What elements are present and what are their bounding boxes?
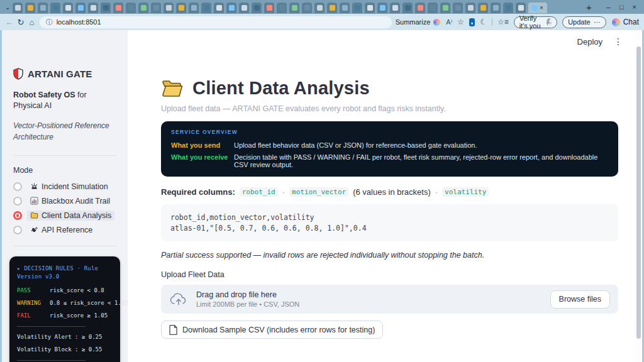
rule-pass: PASSrisk_score < 0.8 xyxy=(17,287,113,295)
sidebar-item-incident-simulation[interactable]: Incident Simulation xyxy=(13,181,116,192)
tab-favicon xyxy=(367,5,373,11)
sidebar-divider xyxy=(13,246,116,246)
browser-tab[interactable] xyxy=(314,3,325,13)
tab-search-chevron[interactable]: ⌄ xyxy=(3,3,13,11)
browser-tab[interactable] xyxy=(164,3,174,13)
browser-tab[interactable] xyxy=(101,3,111,13)
tab-favicon xyxy=(204,5,209,11)
web-capture-icon[interactable] xyxy=(469,18,475,26)
file-uploader-dropzone[interactable]: Drag and drop file here Limit 200MB per … xyxy=(161,285,618,314)
site-info-icon[interactable]: ⓘ xyxy=(46,18,53,27)
browser-tab[interactable] xyxy=(352,3,362,13)
browser-tab[interactable] xyxy=(226,3,236,13)
tab-favicon xyxy=(518,5,524,11)
deploy-button[interactable]: Deploy xyxy=(577,37,602,47)
update-menu-dots[interactable]: ··· xyxy=(594,18,601,26)
page-title: Client Data Analysis xyxy=(192,78,370,99)
browser-tab[interactable] xyxy=(151,3,161,13)
browser-tab[interactable] xyxy=(50,3,60,13)
radio-button[interactable] xyxy=(13,226,22,234)
tab-favicon xyxy=(28,5,33,11)
browser-tab[interactable] xyxy=(252,3,262,13)
browser-essentials-icon[interactable]: ☾ xyxy=(480,18,487,26)
fail-label: FAIL xyxy=(17,312,50,320)
browser-tab[interactable] xyxy=(390,3,400,13)
url-bar[interactable]: ⓘ localhost:8501 xyxy=(40,16,392,28)
browser-tab[interactable] xyxy=(440,3,450,13)
update-button[interactable]: Update ··· xyxy=(562,16,606,28)
summarize-button[interactable]: Summarize xyxy=(396,18,441,26)
app-menu-icon[interactable]: ⋮ xyxy=(614,36,623,47)
maximize-button[interactable]: □ xyxy=(619,3,624,11)
browser-tab[interactable] xyxy=(75,3,86,13)
browser-tab[interactable] xyxy=(302,3,312,13)
radio-button[interactable] xyxy=(13,197,22,206)
browser-tab[interactable] xyxy=(478,3,488,13)
sidebar-item-client-data-analysis[interactable]: Client Data Analysis xyxy=(13,210,116,221)
favorite-star-icon[interactable]: ☆ xyxy=(457,18,464,26)
url-text: localhost:8501 xyxy=(57,18,101,26)
browser-tab[interactable] xyxy=(453,3,463,13)
browser-tab[interactable] xyxy=(465,3,475,13)
browser-tab[interactable] xyxy=(377,3,387,13)
home-icon[interactable]: ⌂ xyxy=(28,18,36,27)
refresh-icon[interactable]: ↻ xyxy=(17,18,25,27)
browser-tab[interactable] xyxy=(126,3,136,13)
service-overview-panel: SERVICE OVERVIEW What you send Upload fl… xyxy=(161,121,618,177)
browser-tab[interactable] xyxy=(428,3,438,13)
mode-label: Blackbox Audit Trail xyxy=(42,197,110,206)
browser-tab[interactable] xyxy=(113,3,123,13)
browser-tab[interactable] xyxy=(264,3,274,13)
browser-tab[interactable] xyxy=(289,3,299,13)
tab-close-icon[interactable]: × xyxy=(540,5,543,11)
verify-label: Verify it's you xyxy=(519,14,544,30)
browser-tab[interactable] xyxy=(340,3,350,13)
browser-tab[interactable] xyxy=(277,3,287,13)
active-browser-tab[interactable]: × xyxy=(528,3,547,13)
radio-button[interactable] xyxy=(13,182,22,191)
browser-tab[interactable] xyxy=(402,3,413,13)
divider xyxy=(492,18,492,26)
upload-fleet-data-label: Upload Fleet Data xyxy=(161,270,618,279)
browser-tab[interactable] xyxy=(503,3,513,13)
tab-favicon xyxy=(342,5,348,11)
new-tab-button[interactable]: + xyxy=(581,2,597,13)
browser-tab[interactable] xyxy=(138,3,148,13)
browser-tab[interactable] xyxy=(201,3,211,13)
browser-tab[interactable] xyxy=(239,3,249,13)
tab-favicon xyxy=(128,5,134,11)
rules-divider xyxy=(17,360,86,361)
browser-tab[interactable] xyxy=(63,3,73,13)
scrollbar-thumb[interactable] xyxy=(636,47,641,339)
browser-tab[interactable] xyxy=(25,3,35,13)
verify-identity-button[interactable]: Verify it's you xyxy=(514,16,558,28)
browser-tab[interactable] xyxy=(88,3,98,13)
browser-tab[interactable] xyxy=(38,3,48,13)
browser-tab[interactable] xyxy=(189,3,199,13)
browser-tab[interactable] xyxy=(176,3,186,13)
browser-tab[interactable] xyxy=(491,3,501,13)
page-scrollbar[interactable] xyxy=(635,30,642,362)
browser-tab[interactable] xyxy=(13,3,23,13)
required-columns-note: (6 values in brackets) xyxy=(353,187,431,197)
document-icon xyxy=(169,325,177,335)
back-icon[interactable]: ← xyxy=(5,18,13,27)
browser-tab[interactable] xyxy=(214,3,224,13)
minimize-button[interactable]: – xyxy=(607,3,611,11)
browser-tab[interactable] xyxy=(327,3,337,13)
page-subtitle: Upload fleet data — ARTANI GATE evaluate… xyxy=(161,104,618,113)
tab-favicon xyxy=(317,5,323,11)
read-aloud-icon[interactable]: A⁾ xyxy=(446,18,452,26)
tab-favicon xyxy=(443,5,448,11)
copilot-chat-button[interactable]: Chat xyxy=(611,18,639,27)
sidebar-item-api-reference[interactable]: API Reference xyxy=(13,224,116,236)
browser-tab[interactable] xyxy=(415,3,425,13)
browser-tab[interactable] xyxy=(516,3,526,13)
close-button[interactable]: × xyxy=(633,3,636,11)
favorites-bar-icon[interactable]: ☆≡ xyxy=(497,18,509,26)
sidebar-item-blackbox-audit-trail[interactable]: Blackbox Audit Trail xyxy=(13,195,116,207)
browse-files-button[interactable]: Browse files xyxy=(550,290,610,309)
download-sample-csv-button[interactable]: Download Sample CSV (includes error rows… xyxy=(161,321,383,339)
radio-button[interactable] xyxy=(13,211,22,220)
browser-tab[interactable] xyxy=(365,3,375,13)
